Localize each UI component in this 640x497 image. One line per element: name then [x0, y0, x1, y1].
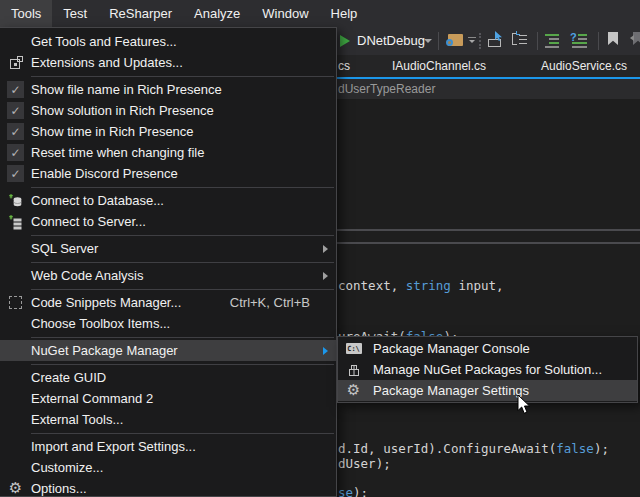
- checkmark-icon: ✓: [7, 102, 24, 119]
- tools-menu: Get Tools and Features... Extensions and…: [0, 27, 337, 497]
- menu-item-label: Show file name in Rich Presence: [31, 82, 336, 97]
- tab-audioservice[interactable]: AudioService.cs: [537, 55, 631, 77]
- database-icon: [8, 193, 24, 209]
- code-line: d.Id, userId).ConfigureAwait(false);: [338, 441, 609, 456]
- menu-separator: [31, 235, 334, 236]
- bookmark-icon[interactable]: [607, 32, 619, 46]
- menu-item-label: Connect to Server...: [31, 214, 336, 229]
- server-icon: [8, 214, 24, 230]
- format-document-icon[interactable]: ?: [570, 32, 588, 48]
- toolbar-separator: [598, 32, 599, 50]
- menu-item-label: Show time in Rich Presence: [31, 124, 336, 139]
- menu-item-label: Create GUID: [31, 370, 336, 385]
- menu-item-label: Package Manager Console: [369, 341, 637, 356]
- menu-item-nuget-package-manager[interactable]: NuGet Package Manager: [0, 340, 336, 361]
- gear-icon: ⚙: [9, 481, 22, 496]
- format-indent-icon[interactable]: [545, 32, 563, 48]
- menu-item-label: Enable Discord Presence: [31, 166, 336, 181]
- menu-item-options[interactable]: ⚙ Options...: [0, 478, 336, 497]
- code-line: dUser);: [338, 456, 391, 471]
- menu-item-extensions[interactable]: Extensions and Updates...: [0, 52, 336, 73]
- menu-item-label: SQL Server: [31, 241, 323, 256]
- menu-item-connect-server[interactable]: Connect to Server...: [0, 211, 336, 232]
- vs-window: { "menubar": { "items": [ { "label": "To…: [0, 0, 640, 497]
- menu-item-label: Customize...: [31, 460, 336, 475]
- menu-item-label: Connect to Database...: [31, 193, 336, 208]
- menu-item-show-time[interactable]: ✓ Show time in Rich Presence: [0, 121, 336, 142]
- package-icon: [347, 363, 361, 377]
- menubar-item-tools[interactable]: Tools: [0, 0, 52, 27]
- submenu-item-package-manager-console[interactable]: C:\ Package Manager Console: [338, 338, 637, 359]
- copy-document-icon[interactable]: [511, 31, 529, 49]
- menu-item-label: Reset time when changing file: [31, 145, 336, 160]
- menu-item-label: Code Snippets Manager...: [31, 295, 230, 310]
- menu-separator: [31, 433, 334, 434]
- menu-item-sql-server[interactable]: SQL Server: [0, 238, 336, 259]
- menu-item-enable-discord[interactable]: ✓ Enable Discord Presence: [0, 163, 336, 184]
- menu-item-customize[interactable]: Customize...: [0, 457, 336, 478]
- extensions-icon: [8, 55, 24, 71]
- menubar-item-analyze[interactable]: Analyze: [183, 0, 251, 27]
- menu-item-choose-toolbox[interactable]: Choose Toolbox Items...: [0, 313, 336, 334]
- mouse-cursor: [517, 394, 531, 415]
- tab-partial-cs[interactable]: cs: [334, 55, 354, 77]
- run-config-chevron-icon[interactable]: [424, 39, 432, 43]
- snippets-icon: [9, 296, 22, 309]
- submenu-arrow-icon: [323, 245, 328, 253]
- code-line: context, string input,: [338, 278, 504, 293]
- menu-item-connect-database[interactable]: Connect to Database...: [0, 190, 336, 211]
- toolbar-grip: [479, 33, 481, 49]
- menu-item-shortcut: Ctrl+K, Ctrl+B: [230, 295, 310, 310]
- previous-bookmark-icon[interactable]: [630, 32, 640, 46]
- menu-item-label: NuGet Package Manager: [31, 343, 323, 358]
- find-in-files-icon[interactable]: [446, 32, 466, 50]
- menu-item-show-solution[interactable]: ✓ Show solution in Rich Presence: [0, 100, 336, 121]
- select-element-icon[interactable]: [486, 31, 506, 49]
- submenu-item-manage-nuget-packages[interactable]: Manage NuGet Packages for Solution...: [338, 359, 637, 380]
- find-options-chevron-icon[interactable]: [468, 37, 476, 43]
- menu-item-code-snippets[interactable]: Code Snippets Manager... Ctrl+K, Ctrl+B: [0, 292, 336, 313]
- submenu-item-package-manager-settings[interactable]: ⚙ Package Manager Settings: [338, 380, 637, 401]
- toolbar-separator: [438, 32, 439, 50]
- menu-item-reset-time[interactable]: ✓ Reset time when changing file: [0, 142, 336, 163]
- menu-item-external-command-2[interactable]: External Command 2: [0, 388, 336, 409]
- submenu-arrow-icon: [323, 272, 328, 280]
- menu-item-create-guid[interactable]: Create GUID: [0, 367, 336, 388]
- menu-item-get-tools[interactable]: Get Tools and Features...: [0, 31, 336, 52]
- menubar-item-resharper[interactable]: ReSharper: [98, 0, 183, 27]
- submenu-arrow-icon: [323, 347, 328, 355]
- menu-item-import-export-settings[interactable]: Import and Export Settings...: [0, 436, 336, 457]
- checkmark-icon: ✓: [7, 81, 24, 98]
- menu-item-external-tools[interactable]: External Tools...: [0, 409, 336, 430]
- menu-item-label: External Command 2: [31, 391, 336, 406]
- menu-item-label: Import and Export Settings...: [31, 439, 336, 454]
- menu-separator: [31, 364, 334, 365]
- menu-separator: [31, 289, 334, 290]
- console-icon: C:\: [346, 343, 362, 354]
- menu-separator: [31, 187, 334, 188]
- menu-item-label: Package Manager Settings: [369, 383, 637, 398]
- code-line: se);: [338, 485, 368, 497]
- menu-item-show-file-name[interactable]: ✓ Show file name in Rich Presence: [0, 79, 336, 100]
- menubar-item-help[interactable]: Help: [320, 0, 369, 27]
- menu-item-label: Manage NuGet Packages for Solution...: [369, 362, 637, 377]
- checkmark-icon: ✓: [7, 144, 24, 161]
- gear-icon: ⚙: [347, 383, 360, 398]
- tab-iaudiochannel[interactable]: IAudioChannel.cs: [388, 55, 490, 77]
- menu-item-label: Show solution in Rich Presence: [31, 103, 336, 118]
- checkmark-icon: ✓: [7, 165, 24, 182]
- menu-item-label: External Tools...: [31, 412, 336, 427]
- run-button[interactable]: [340, 35, 350, 47]
- question-glyph: ?: [570, 32, 577, 42]
- run-config-label[interactable]: DNetDebug: [357, 33, 425, 48]
- menu-item-label: Extensions and Updates...: [31, 55, 336, 70]
- menu-item-label: Choose Toolbox Items...: [31, 316, 336, 331]
- menu-item-label: Options...: [31, 481, 336, 496]
- checkmark-icon: ✓: [7, 123, 24, 140]
- menu-separator: [31, 337, 334, 338]
- menubar-item-window[interactable]: Window: [251, 0, 319, 27]
- menubar-item-test[interactable]: Test: [52, 0, 98, 27]
- toolbar-separator: [537, 32, 538, 50]
- menu-separator: [31, 76, 334, 77]
- menu-item-web-code-analysis[interactable]: Web Code Analysis: [0, 265, 336, 286]
